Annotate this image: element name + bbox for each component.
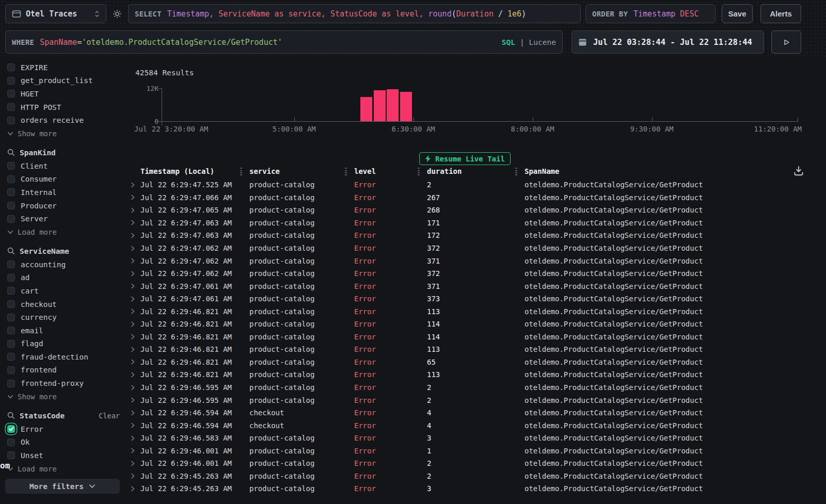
facet-item[interactable]: Error: [7, 422, 124, 436]
facet-checkbox[interactable]: [7, 287, 15, 295]
column-header-spanname[interactable]: SpanName: [525, 167, 826, 175]
row-expand-icon[interactable]: [130, 207, 140, 214]
facet-checkbox[interactable]: [7, 366, 15, 374]
facet-item[interactable]: Server: [7, 212, 124, 225]
run-query-button[interactable]: [771, 30, 801, 54]
table-row[interactable]: Jul 22 6:29:46.821 AMproduct-catalogErro…: [130, 318, 826, 331]
facet-checkbox[interactable]: [7, 90, 15, 97]
show-more-button[interactable]: Show more: [7, 390, 124, 403]
facet-checkbox[interactable]: [7, 63, 15, 71]
facet-item[interactable]: Ok: [7, 435, 124, 449]
facet-checkbox[interactable]: [7, 77, 15, 85]
facet-checkbox[interactable]: [7, 117, 15, 124]
language-toggle-lucene[interactable]: Lucene: [529, 38, 556, 46]
table-row[interactable]: Jul 22 6:29:46.821 AMproduct-catalogErro…: [130, 356, 826, 369]
save-button[interactable]: Save: [722, 4, 753, 23]
facet-item[interactable]: frontend: [7, 364, 124, 377]
row-expand-icon[interactable]: [130, 359, 140, 365]
row-expand-icon[interactable]: [130, 182, 140, 188]
facet-checkbox[interactable]: [7, 327, 15, 334]
facet-checkbox[interactable]: [7, 162, 15, 170]
row-expand-icon[interactable]: [130, 435, 140, 442]
column-resize-handle[interactable]: [240, 168, 242, 175]
more-filters-button[interactable]: More filters: [5, 479, 120, 494]
column-resize-handle[interactable]: [515, 168, 517, 175]
time-range-picker[interactable]: Jul 22 03:28:44 - Jul 22 11:28:44: [571, 30, 764, 54]
row-expand-icon[interactable]: [130, 422, 140, 429]
facet-item[interactable]: HGET: [7, 87, 124, 101]
facet-checkbox[interactable]: [7, 451, 15, 459]
table-row[interactable]: Jul 22 6:29:47.061 AMproduct-catalogErro…: [130, 292, 826, 305]
show-more-button[interactable]: Show more: [7, 127, 124, 140]
settings-button[interactable]: [110, 4, 124, 23]
facet-item[interactable]: get_product_list: [7, 74, 124, 88]
resume-live-tail-button[interactable]: Resume Live Tail: [419, 152, 511, 165]
table-row[interactable]: Jul 22 6:29:46.595 AMproduct-catalogErro…: [130, 381, 826, 394]
row-expand-icon[interactable]: [130, 219, 140, 226]
facet-checkbox[interactable]: [7, 215, 15, 223]
load-more-button[interactable]: Load more: [7, 225, 124, 239]
facet-item[interactable]: EXPIRE: [7, 61, 124, 74]
facet-item[interactable]: Unset: [7, 449, 124, 462]
table-row[interactable]: Jul 22 6:29:47.061 AMproduct-catalogErro…: [130, 280, 826, 292]
facet-checkbox[interactable]: [7, 202, 15, 209]
facet-item[interactable]: HTTP POST: [7, 101, 124, 114]
table-row[interactable]: Jul 22 6:29:47.065 AMproduct-catalogErro…: [130, 204, 826, 217]
table-row[interactable]: Jul 22 6:29:47.062 AMproduct-catalogErro…: [130, 254, 826, 267]
table-row[interactable]: Jul 22 6:29:46.821 AMproduct-catalogErro…: [130, 368, 826, 381]
table-row[interactable]: Jul 22 6:29:45.263 AMproduct-catalogErro…: [130, 470, 826, 483]
table-row[interactable]: Jul 22 6:29:46.595 AMproduct-catalogErro…: [130, 394, 826, 407]
facet-item[interactable]: accounting: [7, 258, 124, 271]
row-expand-icon[interactable]: [130, 257, 140, 264]
facet-checkbox[interactable]: [7, 353, 15, 361]
facet-item[interactable]: currency: [7, 311, 124, 324]
facet-item[interactable]: flagd: [7, 337, 124, 351]
row-expand-icon[interactable]: [130, 194, 140, 201]
column-header-level[interactable]: level: [354, 167, 427, 175]
load-more-button[interactable]: Load more: [7, 462, 124, 476]
table-row[interactable]: Jul 22 6:29:46.001 AMproduct-catalogErro…: [130, 444, 826, 457]
histogram-bar[interactable]: [400, 92, 412, 121]
row-expand-icon[interactable]: [130, 283, 140, 289]
where-query-input[interactable]: WHERE SpanName='oteldemo.ProductCatalogS…: [5, 30, 563, 54]
facet-item[interactable]: Client: [7, 159, 124, 173]
table-row[interactable]: Jul 22 6:29:46.594 AMcheckoutError4oteld…: [130, 407, 826, 419]
row-expand-icon[interactable]: [130, 321, 140, 328]
facet-item[interactable]: cart: [7, 284, 124, 298]
row-expand-icon[interactable]: [130, 384, 140, 391]
facet-checkbox[interactable]: [7, 425, 15, 433]
row-expand-icon[interactable]: [130, 232, 140, 239]
facet-checkbox[interactable]: [7, 380, 15, 387]
table-row[interactable]: Jul 22 6:29:45.263 AMproduct-catalogErro…: [130, 482, 826, 495]
facet-checkbox[interactable]: [7, 438, 15, 446]
facet-item[interactable]: Consumer: [7, 173, 124, 186]
table-row[interactable]: Jul 22 6:29:46.821 AMproduct-catalogErro…: [130, 305, 826, 318]
facet-item[interactable]: orders receive: [7, 113, 124, 127]
facet-checkbox[interactable]: [7, 175, 15, 183]
clear-filter-button[interactable]: Clear: [99, 412, 120, 420]
table-row[interactable]: Jul 22 6:29:47.062 AMproduct-catalogErro…: [130, 267, 826, 280]
column-header-timestamp[interactable]: Timestamp (Local): [140, 167, 249, 175]
row-expand-icon[interactable]: [130, 485, 140, 492]
search-icon[interactable]: [7, 149, 15, 156]
row-expand-icon[interactable]: [130, 346, 140, 353]
row-expand-icon[interactable]: [130, 447, 140, 454]
facet-checkbox[interactable]: [7, 261, 15, 268]
histogram-bar[interactable]: [387, 89, 399, 121]
row-expand-icon[interactable]: [130, 397, 140, 403]
row-expand-icon[interactable]: [130, 460, 140, 467]
table-row[interactable]: Jul 22 6:29:46.583 AMproduct-catalogErro…: [130, 432, 826, 445]
table-row[interactable]: Jul 22 6:29:46.001 AMproduct-catalogErro…: [130, 457, 826, 470]
table-row[interactable]: Jul 22 6:29:46.821 AMproduct-catalogErro…: [130, 331, 826, 344]
table-row[interactable]: Jul 22 6:29:46.594 AMcheckoutError4oteld…: [130, 419, 826, 432]
row-expand-icon[interactable]: [130, 410, 140, 416]
column-header-service[interactable]: service: [249, 167, 354, 175]
table-row[interactable]: Jul 22 6:29:47.063 AMproduct-catalogErro…: [130, 217, 826, 230]
row-expand-icon[interactable]: [130, 308, 140, 315]
facet-checkbox[interactable]: [7, 340, 15, 348]
facet-item[interactable]: frontend-proxy: [7, 377, 124, 390]
facet-checkbox[interactable]: [7, 103, 15, 111]
search-icon[interactable]: [7, 412, 15, 419]
histogram-bar[interactable]: [360, 97, 372, 121]
alerts-button[interactable]: Alerts: [760, 4, 801, 23]
